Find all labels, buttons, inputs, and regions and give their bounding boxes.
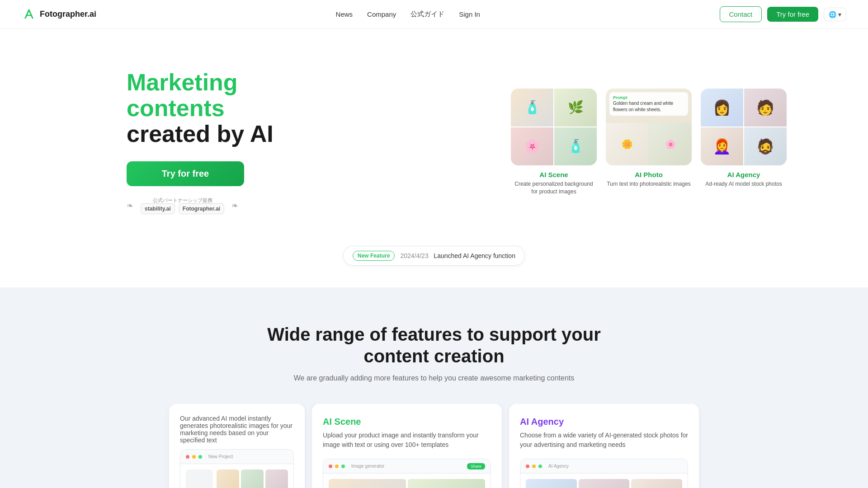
mock-img-3 xyxy=(265,469,288,488)
feature-showcase-row: Our advanced AI model instantly generate… xyxy=(22,404,846,488)
nav-company[interactable]: Company xyxy=(367,10,396,18)
navbar: Fotographer.ai News Company 公式ガイド Sign I… xyxy=(0,0,868,29)
showcase-card-ai-agency: AI Agency Choose from a wide variety of … xyxy=(509,404,699,488)
mock-dot-yellow-2 xyxy=(335,465,339,468)
agency-cell-4: 🧔 xyxy=(744,127,787,165)
mock-title-left: New Project xyxy=(208,454,233,459)
new-feature-pill[interactable]: New Feature 2024/4/23 Launched AI Agency… xyxy=(343,246,525,266)
logo-text: Fotographer.ai xyxy=(40,9,96,19)
new-feature-banner: New Feature 2024/4/23 Launched AI Agency… xyxy=(0,246,868,287)
logo-icon xyxy=(22,7,36,22)
ai-agency-label: AI Agency xyxy=(727,171,760,178)
photo-cell-2: 🌸 xyxy=(649,123,692,165)
nav-guide[interactable]: 公式ガイド xyxy=(410,10,444,19)
showcase-ai-agency-desc: Choose from a wide variety of AI-generat… xyxy=(520,431,688,450)
scene-preview-1: 🧴 xyxy=(329,479,406,488)
features-title: Wide range of features to support your c… xyxy=(22,324,846,367)
mock-ui-agency: AI Agency 👩 🧑 👩‍🦰 🧔 👱‍♀️ 🧑‍🦱 xyxy=(520,459,688,488)
hero-title-line1: Marketing xyxy=(127,70,274,95)
nav-signin[interactable]: Sign In xyxy=(459,10,480,18)
prompt-label: Prompt xyxy=(613,95,684,101)
mock-body-agency: 👩 🧑 👩‍🦰 🧔 👱‍♀️ 🧑‍🦱 xyxy=(520,474,688,488)
ai-agency-desc: Ad-ready AI model stock photos xyxy=(705,180,782,188)
mock-dot-yellow-3 xyxy=(532,465,536,468)
ai-photo-image: Prompt Golden hand cream and white flowe… xyxy=(606,89,692,165)
ai-scene-label: AI Scene xyxy=(539,171,568,178)
showcase-ai-scene-desc: Upload your product image and instantly … xyxy=(323,431,491,450)
mock-img-2 xyxy=(241,469,264,488)
mock-ui-scene: Image generator Share 🧴 🌿 🌸 🍃 xyxy=(323,459,491,488)
mock-header-left: New Project xyxy=(180,450,293,464)
prompt-text: Golden hand cream and white flowers on w… xyxy=(613,100,684,113)
agency-cell-2: 🧑 xyxy=(744,89,787,127)
mock-share-btn[interactable]: Share xyxy=(467,463,485,469)
mock-dot-yellow xyxy=(192,455,196,459)
hero-try-button[interactable]: Try for free xyxy=(127,161,244,186)
nav-news[interactable]: News xyxy=(336,10,353,18)
scene-cell-3: 🌸 xyxy=(511,127,553,165)
mock-dot-green xyxy=(198,455,202,459)
nav-links: News Company 公式ガイド Sign In xyxy=(336,10,480,19)
mock-sidebar xyxy=(186,469,213,488)
partner-stability: stability.ai xyxy=(141,203,175,214)
mock-title-agency: AI Agency xyxy=(548,464,569,469)
mock-header-agency: AI Agency xyxy=(520,459,688,474)
mock-body-left xyxy=(180,464,293,488)
mock-dot-red xyxy=(186,455,189,459)
ai-photo-prompt: Prompt Golden hand cream and white flowe… xyxy=(609,92,688,116)
hero-title-line3: created by AI xyxy=(127,121,274,147)
ai-scene-image: 🧴 🌿 🌸 🧴 xyxy=(511,89,597,165)
hero-section: Marketing contents created by AI Try for… xyxy=(0,29,868,246)
partner-logos: stability.ai Fotographer.ai xyxy=(141,203,224,214)
logo-link[interactable]: Fotographer.ai xyxy=(22,7,96,22)
mock-dot-red-3 xyxy=(526,465,529,468)
partnership-section: ❧ 公式パートナーシップ提携 stability.ai Fotographer.… xyxy=(127,197,274,214)
language-selector[interactable]: 🌐 ▾ xyxy=(824,8,846,21)
new-feature-date: 2024/4/23 Launched AI Agency function xyxy=(400,252,515,259)
scene-cell-1: 🧴 xyxy=(511,89,553,127)
ai-agency-image: 👩 🧑 👩‍🦰 🧔 xyxy=(701,89,787,165)
partnership-label: 公式パートナーシップ提携 xyxy=(141,197,224,203)
ai-photo-desc: Turn text into photorealistic images xyxy=(607,180,691,188)
hero-copy: Marketing contents created by AI Try for… xyxy=(127,70,274,215)
ai-scene-desc: Create personalized background for produ… xyxy=(511,180,597,196)
globe-icon: 🌐 xyxy=(829,11,836,18)
mock-img-1 xyxy=(217,469,239,488)
laurel-left-icon: ❧ xyxy=(127,201,133,211)
partnership-info: 公式パートナーシップ提携 stability.ai Fotographer.ai xyxy=(141,197,224,214)
hero-title-line2: contents xyxy=(127,95,274,121)
agency-cell-1: 👩 xyxy=(701,89,743,127)
new-feature-tag: New Feature xyxy=(353,251,395,261)
photo-bottom-grid: 🌼 🌸 xyxy=(606,123,692,165)
mock-dot-green-2 xyxy=(341,465,345,468)
agency-preview-1: 👩 xyxy=(526,479,577,488)
chevron-down-icon: ▾ xyxy=(838,11,841,18)
nav-try-button[interactable]: Try for free xyxy=(767,7,818,22)
showcase-ai-agency-label: AI Agency xyxy=(520,417,688,427)
mock-main-left xyxy=(217,469,288,488)
ai-agency-card: 👩 🧑 👩‍🦰 🧔 AI Agency Ad-ready AI model st… xyxy=(701,89,787,188)
ai-scene-card: 🧴 🌿 🌸 🧴 AI Scene Create personalized bac… xyxy=(511,89,597,196)
agency-cell-3: 👩‍🦰 xyxy=(701,127,743,165)
scene-preview-2: 🌿 xyxy=(408,479,485,488)
showcase-card-photorealistic: Our advanced AI model instantly generate… xyxy=(169,404,305,488)
laurel-right-icon: ❧ xyxy=(231,201,238,211)
nav-actions: Contact Try for free 🌐 ▾ xyxy=(720,6,847,22)
mock-dot-green-3 xyxy=(538,465,542,468)
mock-ui-left: New Project xyxy=(180,449,294,488)
mock-title-scene: Image generator xyxy=(351,464,384,469)
contact-button[interactable]: Contact xyxy=(720,6,762,22)
agency-preview-2: 🧑 xyxy=(579,479,630,488)
scene-cell-2: 🌿 xyxy=(554,89,597,127)
scene-cell-4: 🧴 xyxy=(554,127,597,165)
mock-body-scene: 🧴 🌿 🌸 🍃 xyxy=(323,474,491,488)
feature-cards-group: 🧴 🌿 🌸 🧴 AI Scene Create personalized bac… xyxy=(511,89,787,196)
features-subtitle: We are gradually adding more features to… xyxy=(22,374,846,382)
ai-photo-label: AI Photo xyxy=(635,171,663,178)
features-header: Wide range of features to support your c… xyxy=(22,324,846,382)
mock-header-scene: Image generator Share xyxy=(323,459,491,474)
mock-dot-red-2 xyxy=(329,465,332,468)
ai-photo-card: Prompt Golden hand cream and white flowe… xyxy=(606,89,692,188)
mock-scene-grid: 🧴 🌿 🌸 🍃 xyxy=(329,479,485,488)
agency-preview-3: 👩‍🦰 xyxy=(631,479,682,488)
